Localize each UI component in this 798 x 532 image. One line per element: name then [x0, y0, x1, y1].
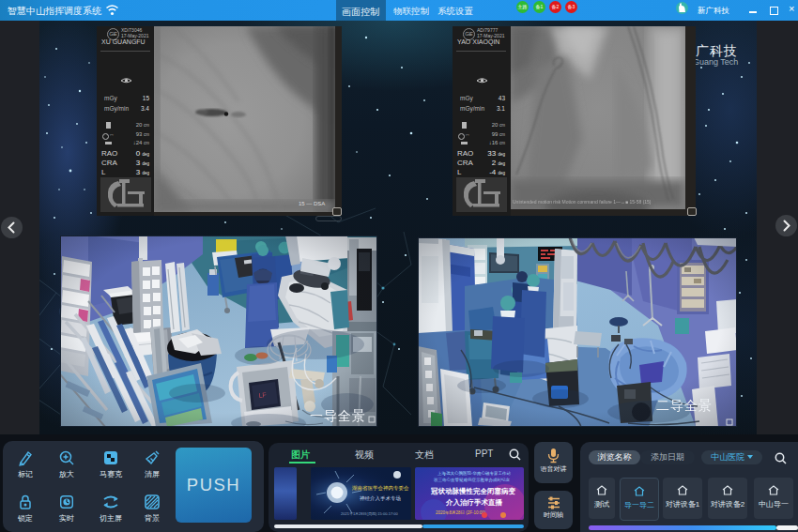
svg-text:一导全景: 一导全景	[310, 408, 366, 423]
svg-text:15 — DSA: 15 — DSA	[299, 201, 325, 206]
svg-text:冠状动脉慢性完全闭塞病变: 冠状动脉慢性完全闭塞病变	[430, 487, 516, 495]
svg-text:介入治疗手术直播: 介入治疗手术直播	[445, 498, 503, 507]
svg-text:湖南省医学会神内专委会: 湖南省医学会神内专委会	[351, 485, 409, 491]
svg-text:2021年1月28日(周四) 15:00-17:00: 2021年1月28日(周四) 15:00-17:00	[341, 511, 398, 516]
svg-text:二导全景: 二导全景	[656, 398, 713, 413]
svg-text:2020年8月28日 (2F-10:00): 2020年8月28日 (2F-10:00)	[436, 510, 486, 515]
svg-text:浙三临心血管疑难病症示教举办成时纪念: 浙三临心血管疑难病症示教举办成时纪念	[433, 477, 511, 483]
svg-text:Unintended motion risk Motion: Unintended motion risk Motion command fa…	[513, 199, 652, 205]
svg-text:神经介入手术专场: 神经介入手术专场	[360, 495, 401, 502]
svg-text:上海远大心胸医院-华南心磁专家工作站: 上海远大心胸医院-华南心磁专家工作站	[437, 470, 511, 477]
